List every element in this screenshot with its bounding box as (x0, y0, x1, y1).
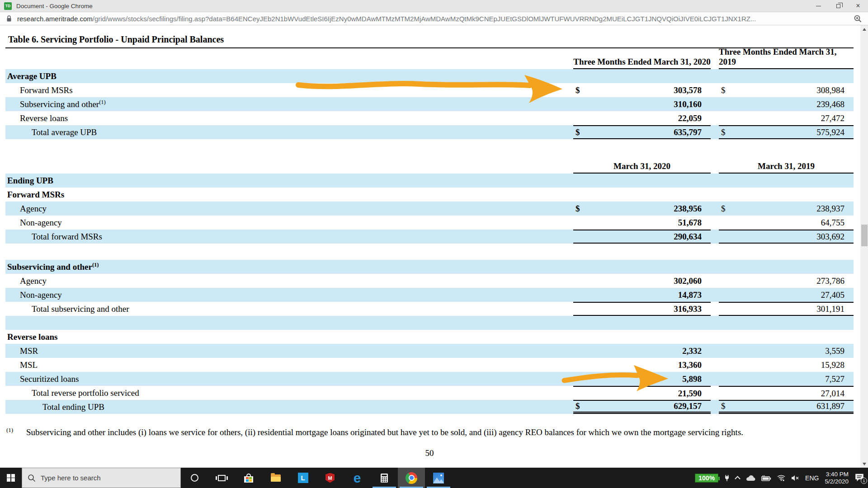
value-cell-2020: 51,678 (573, 216, 711, 230)
value-cell-2020: $303,578 (573, 83, 711, 97)
close-button[interactable]: × (848, 0, 868, 12)
power-plug-icon[interactable] (724, 474, 730, 482)
minimize-button[interactable] (808, 0, 828, 12)
scroll-down-icon (863, 463, 866, 465)
search-placeholder: Type here to search (41, 474, 101, 482)
row-label: Securitized loans (5, 372, 573, 386)
battery-icon[interactable] (761, 475, 771, 481)
taskbar: Type here to search L M e 100% (0, 468, 868, 488)
file-explorer-button[interactable] (262, 468, 289, 488)
calculator-button[interactable] (371, 468, 398, 488)
footnote: (1) Subservicing and other includes (i) … (5, 427, 854, 437)
row-label: Total subservicing and other (5, 302, 573, 316)
value-cell-2020: $238,956 (573, 202, 711, 216)
action-center-button[interactable]: 1 (854, 473, 865, 483)
url-field[interactable]: research.ameritrade.com/grid/wwws/stocks… (17, 15, 850, 23)
microsoft-store-button[interactable] (235, 468, 262, 488)
scrollbar-thumb[interactable] (861, 225, 868, 246)
dollar-sign: $ (576, 401, 580, 411)
row-label: Total average UPB (5, 125, 573, 139)
cortana-icon (191, 474, 198, 482)
photos-icon (433, 473, 444, 483)
row-label: Forward MSRs (5, 188, 573, 202)
column-header-2019: Three Months Ended March 31, 2019 (719, 54, 854, 69)
chrome-icon (406, 472, 417, 484)
scroll-up-icon (863, 28, 866, 31)
search-icon (28, 474, 36, 482)
table-row-total: Total average UPB $635,797 $575,924 (5, 125, 854, 139)
table-row: Average UPB (5, 69, 854, 83)
cortana-button[interactable] (181, 468, 208, 488)
dollar-sign: $ (576, 127, 580, 137)
table-row-total: Total reverse portfolio serviced 21,590 … (5, 386, 854, 400)
dollar-sign: $ (721, 204, 726, 214)
row-label: Reverse loans (5, 330, 573, 344)
minimize-icon (816, 6, 821, 6)
onedrive-cloud-icon[interactable] (745, 475, 755, 481)
window-title: Document - Google Chrome (16, 3, 93, 9)
edge-button[interactable]: e (344, 468, 371, 488)
lock-icon[interactable] (6, 15, 12, 22)
system-tray: 100% ENG 3:40 PM 5/ (695, 468, 868, 488)
row-label: Non-agency (5, 216, 573, 230)
value-cell-2020: 22,059 (573, 111, 711, 125)
page-zoom-icon[interactable] (854, 14, 862, 23)
task-view-icon (218, 475, 226, 481)
dollar-sign: $ (721, 85, 726, 95)
scroll-up-button[interactable] (860, 25, 868, 33)
mcafee-button[interactable]: M (316, 468, 344, 488)
taskbar-search-box[interactable]: Type here to search (22, 468, 181, 488)
value-cell-2020: 310,160 (573, 97, 711, 111)
file-explorer-icon (271, 474, 281, 482)
column-header-2020: Three Months Ended March 31, 2020 (573, 54, 711, 69)
value-cell-2019: $308,984 (719, 83, 854, 97)
scroll-down-button[interactable] (860, 460, 868, 468)
wifi-icon[interactable] (777, 474, 785, 481)
date: 5/2/2020 (825, 478, 849, 485)
calculator-icon (381, 474, 388, 483)
row-label: Agency (5, 274, 573, 288)
tray-expand-chevron-icon[interactable] (735, 476, 741, 482)
value-cell-2020: 2,332 (573, 344, 711, 358)
value-cell-2019: 273,786 (719, 274, 854, 288)
table-row: Securitized loans 5,898 7,527 (5, 372, 854, 386)
address-bar[interactable]: research.ameritrade.com/grid/wwws/stocks… (0, 12, 868, 25)
column-header-2020: March 31, 2020 (573, 158, 711, 174)
row-label: Reverse loans (5, 111, 573, 125)
mcafee-shield-icon: M (326, 473, 335, 483)
value-cell-2019: 15,928 (719, 358, 854, 372)
notification-badge: 1 (861, 478, 867, 484)
value-cell-2020: $629,157 (573, 400, 711, 414)
l-app-button[interactable]: L (289, 468, 316, 488)
value-cell-2020: 302,060 (573, 274, 711, 288)
value-cell-2019: 27,472 (719, 111, 854, 125)
volume-muted-icon[interactable] (791, 475, 799, 481)
battery-percentage-badge[interactable]: 100% (695, 474, 718, 483)
chrome-button[interactable] (398, 468, 425, 488)
windows-logo-icon (7, 474, 15, 482)
url-path: /grid/wwws/stocks/secfilings/filing.asp?… (93, 15, 756, 23)
row-label: MSR (5, 344, 573, 358)
table-row: MSL 13,360 15,928 (5, 358, 854, 372)
start-button[interactable] (0, 468, 22, 488)
table-row: Non-agency 51,678 64,755 (5, 216, 854, 230)
value-cell-2019: 3,559 (719, 344, 854, 358)
restore-button[interactable] (828, 0, 848, 12)
table-row: Ending UPB (5, 174, 854, 188)
restore-icon (836, 4, 840, 8)
edge-icon: e (354, 472, 361, 484)
window-controls: × (808, 0, 868, 12)
scrollbar-track[interactable] (860, 25, 868, 468)
time: 3:40 PM (825, 471, 849, 478)
dollar-sign: $ (721, 127, 726, 137)
url-domain: research.ameritrade.com (17, 15, 93, 23)
task-view-button[interactable] (208, 468, 235, 488)
row-label: Agency (5, 202, 573, 216)
table-row: Forward MSRs (5, 188, 854, 202)
l-app-icon: L (298, 473, 308, 483)
clock[interactable]: 3:40 PM 5/2/2020 (825, 471, 849, 485)
td-ameritrade-favicon: TD (4, 2, 12, 10)
photos-button[interactable] (425, 468, 452, 488)
row-label: Subservicing and other(1) (5, 260, 573, 274)
language-indicator[interactable]: ENG (805, 474, 819, 482)
